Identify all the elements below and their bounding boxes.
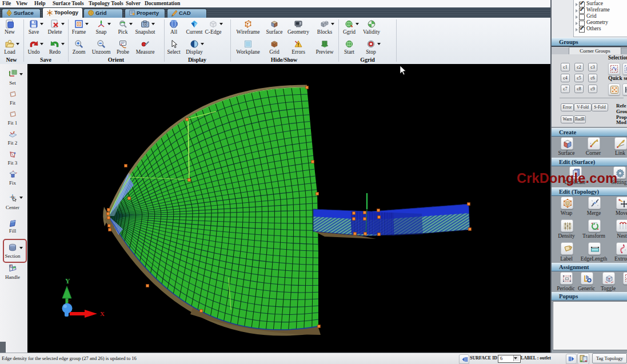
svg-text:v: v — [13, 130, 15, 134]
svg-text:X: X — [100, 310, 105, 317]
svg-text:Y: Y — [65, 277, 70, 285]
